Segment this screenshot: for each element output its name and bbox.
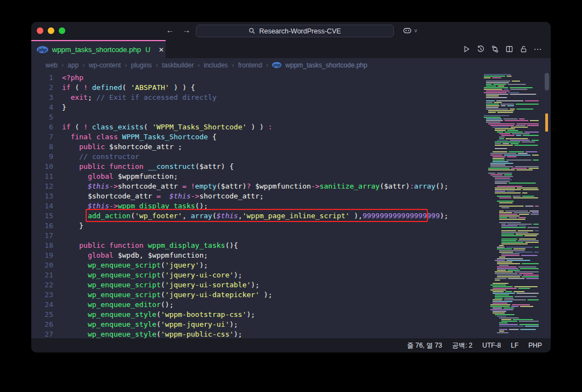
run-code-icon[interactable] (462, 45, 471, 54)
code-text: exit; // Exit if accessed directly (62, 93, 217, 103)
indentation-status[interactable]: 공백: 2 (452, 341, 472, 350)
more-actions-icon[interactable]: ⋯ (533, 45, 542, 54)
tab-bar: php wppm_tasks_shortcode.php U ✕ (31, 40, 551, 58)
code-line[interactable]: 21wp_enqueue_script('jquery-ui-core'); (31, 270, 482, 280)
breadcrumb: web› app› wp-content› plugins› taskbuild… (31, 58, 551, 72)
line-number: 3 (31, 93, 53, 103)
code-text: wp_enqueue_style('wppm-bootstrap-css'); (62, 310, 255, 320)
breadcrumb-separator-icon: › (197, 61, 200, 69)
code-line[interactable]: 19global $wpdb, $wppmfunction; (31, 251, 482, 260)
code-text (62, 231, 79, 241)
unlock-icon[interactable] (519, 45, 528, 54)
code-text: wp_enqueue_script('jquery-ui-core'); (62, 270, 242, 280)
code-text: final class WPPM_Tasks_Shortcode { (62, 132, 217, 142)
code-line[interactable]: 10public function __construct($attr) { (31, 162, 482, 172)
cursor-position-status[interactable]: 줄 76, 열 73 (407, 341, 442, 350)
breadcrumb-item[interactable]: app (67, 61, 78, 69)
code-editor[interactable]: 1<?php2if ( ! defined( 'ABSPATH' ) ) {3e… (31, 72, 551, 338)
code-line[interactable]: 14$this->wppm_display_tasks(); (31, 201, 482, 211)
code-line[interactable]: 15add_action('wp_footer', array($this,'w… (31, 211, 482, 221)
line-number: 2 (31, 83, 53, 93)
code-text: global $wppmfunction; (62, 172, 178, 181)
breadcrumb-item[interactable]: includes (204, 61, 228, 69)
code-text: wp_enqueue_style('wppm-jquery-ui'); (62, 320, 238, 329)
code-text: global $wpdb, $wppmfunction; (62, 251, 208, 260)
breadcrumb-separator-icon: › (156, 61, 158, 69)
line-number: 21 (31, 270, 53, 280)
code-text: wp_enqueue_style('wppm-public-css'); (62, 329, 242, 338)
navigate-forward-button[interactable]: → (182, 25, 191, 35)
breadcrumb-file[interactable]: wppm_tasks_shortcode.php (285, 61, 367, 69)
code-text: // constructor (62, 152, 139, 162)
git-status-badge: U (145, 46, 150, 54)
code-line[interactable]: 25wp_enqueue_style('wppm-bootstrap-css')… (31, 310, 482, 320)
minimize-window-button[interactable] (48, 27, 54, 34)
code-line[interactable]: 5 (31, 112, 482, 122)
code-text: public function wppm_display_tasks(){ (62, 241, 238, 251)
timeline-history-icon[interactable] (476, 45, 485, 54)
line-number: 4 (31, 103, 53, 112)
code-line[interactable]: 1<?php (31, 73, 482, 83)
command-center-search[interactable]: Research-WordPress-CVE (196, 25, 394, 37)
code-line[interactable]: 7final class WPPM_Tasks_Shortcode { (31, 132, 482, 142)
copilot-menu-button[interactable]: ˅ (402, 26, 417, 36)
code-text: wp_enqueue_script('jquery-ui-sortable'); (62, 280, 259, 290)
maximize-window-button[interactable] (59, 27, 65, 34)
line-number: 12 (31, 181, 53, 191)
tab-wppm-tasks-shortcode[interactable]: php wppm_tasks_shortcode.php U ✕ (31, 40, 166, 58)
code-line[interactable]: 24wp_enqueue_editor(); (31, 300, 482, 310)
breadcrumb-separator-icon: › (266, 61, 268, 69)
split-editor-icon[interactable] (505, 45, 513, 54)
code-line[interactable]: 27wp_enqueue_style('wppm-public-css'); (31, 329, 482, 338)
code-line[interactable]: 22wp_enqueue_script('jquery-ui-sortable'… (31, 280, 482, 290)
code-line[interactable]: 9// constructor (31, 152, 482, 162)
close-window-button[interactable] (37, 27, 43, 34)
breadcrumb-item[interactable]: plugins (131, 61, 152, 69)
breadcrumb-item[interactable]: frontend (238, 61, 262, 69)
line-number: 14 (31, 201, 53, 211)
code-line[interactable]: 6if ( ! class_exists( 'WPPM_Tasks_Shortc… (31, 122, 482, 132)
code-line[interactable]: 2if ( ! defined( 'ABSPATH' ) ) { (31, 83, 482, 93)
navigate-back-button[interactable]: ← (165, 25, 175, 35)
code-rows: 1<?php2if ( ! defined( 'ABSPATH' ) ) {3e… (31, 73, 482, 338)
code-line[interactable]: 17 (31, 231, 482, 241)
git-compare-icon[interactable] (490, 45, 499, 54)
code-line[interactable]: 13$shortcode_attr = $this->shortcode_att… (31, 191, 482, 201)
code-line[interactable]: 18public function wppm_display_tasks(){ (31, 241, 482, 251)
code-text: wp_enqueue_editor(); (62, 300, 173, 310)
breadcrumb-item[interactable]: wp-content (89, 61, 121, 69)
code-line[interactable]: 4} (31, 103, 482, 112)
line-number: 15 (31, 211, 53, 221)
breadcrumb-separator-icon: › (82, 61, 84, 69)
close-tab-icon[interactable]: ✕ (159, 46, 164, 54)
code-line[interactable]: 3exit; // Exit if accessed directly (31, 93, 482, 103)
line-number: 25 (31, 310, 53, 320)
php-file-icon: php (272, 62, 281, 68)
breadcrumb-item[interactable]: taskbuilder (162, 61, 194, 69)
breadcrumb-item[interactable]: web (46, 61, 58, 69)
line-number: 11 (31, 172, 53, 181)
scrollbar-thumb[interactable] (545, 73, 549, 90)
minimap[interactable] (482, 72, 543, 338)
status-bar: 줄 76, 열 73 공백: 2 UTF-8 LF PHP (31, 338, 551, 353)
line-number: 8 (31, 142, 53, 152)
code-line[interactable]: 23wp_enqueue_script('jquery-ui-datepicke… (31, 290, 482, 300)
code-line[interactable]: 20wp_enqueue_script('jquery'); (31, 260, 482, 270)
code-line[interactable]: 16} (31, 221, 482, 231)
line-number: 1 (31, 73, 53, 83)
code-text: if ( ! class_exists( 'WPPM_Tasks_Shortco… (62, 122, 273, 132)
code-text: add_action('wp_footer', array($this,'wpp… (62, 211, 448, 221)
code-line[interactable]: 26wp_enqueue_style('wppm-jquery-ui'); (31, 320, 482, 329)
language-mode-status[interactable]: PHP (528, 342, 542, 349)
code-text: public $shortcode_attr ; (62, 142, 182, 152)
breadcrumb-separator-icon: › (61, 61, 64, 69)
eol-status[interactable]: LF (511, 342, 518, 349)
breadcrumb-separator-icon: › (232, 61, 234, 69)
code-text: $shortcode_attr = $this->shortcode_attr; (62, 191, 264, 201)
line-number: 26 (31, 320, 53, 329)
line-number: 6 (31, 122, 53, 132)
code-line[interactable]: 11global $wppmfunction; (31, 172, 482, 181)
code-line[interactable]: 12$this->shortcode_attr = !empty($attr)?… (31, 181, 482, 191)
encoding-status[interactable]: UTF-8 (482, 342, 501, 349)
code-line[interactable]: 8public $shortcode_attr ; (31, 142, 482, 152)
